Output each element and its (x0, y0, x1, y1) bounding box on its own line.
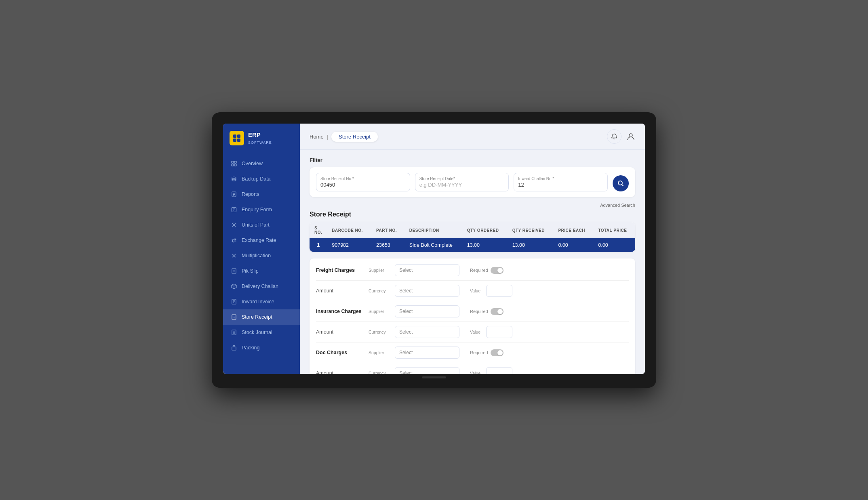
svg-point-36 (629, 134, 632, 137)
store-receipt-date-value[interactable]: e.g DD-MM-YYYY (419, 182, 505, 188)
doc-required-group: Required (470, 349, 504, 356)
slip-icon (230, 267, 238, 275)
doc-amount-label: Amount (316, 370, 364, 374)
sidebar-item-units-of-part[interactable]: Units of Part (223, 217, 300, 233)
freight-amount-label: Amount (316, 288, 364, 294)
svg-point-17 (233, 224, 235, 226)
freight-amount-row: Amount Currency Select Value (316, 281, 629, 301)
sidebar-item-stock-journal[interactable]: Stock Journal (223, 325, 300, 340)
freight-value-input[interactable] (486, 285, 512, 297)
doc-value-input[interactable] (486, 367, 512, 374)
laptop-frame: ERP SOFTWARE Overview (212, 112, 656, 388)
breadcrumb: Home | Store Receipt (310, 132, 378, 142)
advanced-search-link[interactable]: Advanced Search (310, 203, 635, 208)
sidebar-item-label: Delivery Challan (242, 284, 278, 289)
inward-challan-no-value[interactable]: 12 (518, 182, 603, 188)
cell-sno: 1 (310, 238, 327, 252)
journal-icon (230, 329, 238, 336)
col-header-price-each: PRICE EACH (553, 222, 593, 238)
report-icon (230, 191, 238, 198)
col-header-description: DESCRIPTION (405, 222, 462, 238)
doc-amount-row: Amount Currency Select Value (316, 363, 629, 374)
doc-supplier-select[interactable]: Select (395, 347, 459, 359)
sidebar-item-label: Multiplication (242, 253, 271, 258)
packing-icon (230, 344, 238, 351)
doc-required-toggle[interactable] (491, 349, 504, 356)
sidebar-item-label: Stock Journal (242, 330, 272, 335)
invoice-icon (230, 298, 238, 305)
store-receipt-table: S NO. BARCODE NO. PART NO. DESCRIPTION Q… (310, 222, 635, 252)
svg-rect-7 (234, 164, 236, 166)
sidebar: ERP SOFTWARE Overview (223, 124, 300, 374)
sidebar-item-pik-slip[interactable]: Pik Slip (223, 263, 300, 279)
box-icon (230, 283, 238, 290)
doc-currency-label: Currency (369, 371, 391, 374)
sidebar-item-inward-invoice[interactable]: Inward Invoice (223, 294, 300, 309)
freight-required-group: Required (470, 267, 504, 274)
col-header-sno: S NO. (310, 222, 327, 238)
sidebar-logo: ERP SOFTWARE (223, 124, 300, 153)
notification-bell-button[interactable] (607, 129, 622, 144)
svg-rect-2 (233, 139, 236, 142)
col-header-total-price: TOTAL PRICE (593, 222, 635, 238)
search-button[interactable] (613, 175, 629, 191)
store-receipt-no-label: Store Receipt No.* (320, 176, 406, 181)
breadcrumb-current: Store Receipt (331, 132, 378, 142)
svg-rect-0 (233, 134, 236, 138)
store-receipt-date-field: Store Receipt Date* e.g DD-MM-YYYY (415, 173, 509, 191)
multiply-icon (230, 252, 238, 259)
sidebar-item-multiplication[interactable]: Multiplication (223, 248, 300, 263)
cell-barcode: 907982 (327, 238, 371, 252)
sidebar-item-label: Backup Data (242, 176, 271, 182)
cell-price-each: 0.00 (553, 238, 593, 252)
insurance-amount-label: Amount (316, 329, 364, 335)
sidebar-item-delivery-challan[interactable]: Delivery Challan (223, 279, 300, 294)
doc-supplier-label: Supplier (369, 350, 391, 355)
svg-rect-6 (232, 164, 234, 166)
gear-icon (230, 221, 238, 229)
col-header-barcode: BARCODE NO. (327, 222, 371, 238)
insurance-charges-label: Insurance Charges (316, 309, 364, 314)
freight-supplier-label: Supplier (369, 268, 391, 273)
insurance-amount-row: Amount Currency Select Value (316, 322, 629, 342)
table-row[interactable]: 1 907982 23658 Side Bolt Complete 13.00 … (310, 238, 635, 252)
inward-challan-no-field: Inward Challan No.* 12 (514, 173, 608, 191)
sidebar-item-packing[interactable]: Packing (223, 340, 300, 355)
insurance-value-input[interactable] (486, 326, 512, 338)
sidebar-item-reports[interactable]: Reports (223, 187, 300, 202)
logo-text: ERP SOFTWARE (248, 131, 272, 145)
charges-container: Freight Charges Supplier Select Required… (310, 258, 635, 374)
user-profile-icon[interactable] (626, 132, 635, 141)
sidebar-item-backup-data[interactable]: Backup Data (223, 171, 300, 187)
sidebar-item-label: Enquiry Form (242, 207, 272, 212)
svg-rect-35 (232, 347, 236, 350)
col-header-qty-received: QTY RECEIVED (508, 222, 554, 238)
svg-rect-3 (237, 139, 240, 142)
freight-required-label: Required (470, 268, 488, 273)
cell-total-price: 0.00 (593, 238, 635, 252)
sidebar-item-label: Exchange Rate (242, 237, 276, 243)
sidebar-item-enquiry-form[interactable]: Enquiry Form (223, 202, 300, 217)
header: Home | Store Receipt (300, 124, 645, 150)
insurance-required-toggle[interactable] (491, 308, 504, 315)
inward-challan-no-label: Inward Challan No.* (518, 176, 603, 181)
freight-supplier-select[interactable]: Select (395, 264, 459, 276)
insurance-required-group: Required (470, 308, 504, 315)
breadcrumb-home[interactable]: Home (310, 134, 324, 140)
laptop-screen: ERP SOFTWARE Overview (223, 124, 645, 374)
freight-currency-label: Currency (369, 288, 391, 293)
freight-charges-label: Freight Charges (316, 267, 364, 273)
sidebar-item-store-receipt[interactable]: Store Receipt (223, 309, 300, 325)
svg-point-8 (232, 177, 236, 179)
doc-value-label: Value (470, 371, 482, 374)
insurance-currency-select[interactable]: Select (395, 326, 459, 338)
store-receipt-no-value[interactable]: 00450 (320, 182, 406, 188)
sidebar-item-overview[interactable]: Overview (223, 156, 300, 171)
sidebar-item-label: Packing (242, 345, 259, 351)
doc-currency-select[interactable]: Select (395, 367, 459, 374)
grid-icon (230, 160, 238, 167)
sidebar-item-exchange-rate[interactable]: Exchange Rate (223, 233, 300, 248)
insurance-supplier-select[interactable]: Select (395, 305, 459, 317)
freight-required-toggle[interactable] (491, 267, 504, 274)
freight-currency-select[interactable]: Select (395, 285, 459, 297)
